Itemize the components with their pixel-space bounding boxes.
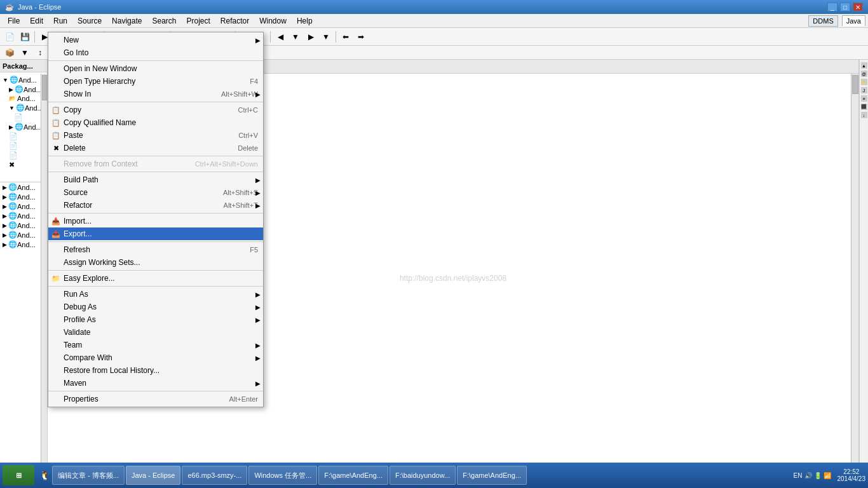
context-menu-separator (48, 286, 263, 287)
list-item[interactable]: ▼ 🌐 And... (0, 75, 47, 85)
tree-label: And... (24, 123, 42, 131)
taskbar-item-mp3[interactable]: e66.mp3-smzy-... (182, 466, 247, 485)
context-menu-item-source[interactable]: SourceAlt+Shift+S▶ (48, 186, 263, 199)
taskbar-item-baidu[interactable]: F:\baiduyundow... (390, 466, 456, 485)
tree-icon: ✖ (9, 161, 15, 169)
menu-navigate[interactable]: Navigate (107, 15, 147, 27)
prev-dropdown[interactable]: ▼ (288, 30, 302, 44)
context-menu-item-properties[interactable]: PropertiesAlt+Enter (48, 393, 263, 405)
right-panel-btn-4[interactable]: J (861, 87, 867, 93)
new-file-button[interactable]: 📄 (3, 30, 17, 44)
taskbar-item-game2[interactable]: F:\game\AndEng... (457, 466, 527, 485)
menu-project[interactable]: Project (181, 15, 215, 27)
taskbar-item-blog[interactable]: 编辑文章 - 博客频... (52, 466, 125, 485)
taskbar-item-taskmgr[interactable]: Windows 任务管... (248, 466, 317, 485)
toolbar2-btn-3[interactable]: ↕ (33, 46, 47, 60)
sidebar-scrollbar[interactable] (41, 74, 47, 483)
menu-window[interactable]: Window (254, 15, 292, 27)
context-menu-item-go-into[interactable]: Go Into (48, 46, 263, 59)
context-menu-item-assign-working-sets[interactable]: Assign Working Sets... (48, 256, 263, 269)
scroll-thumb[interactable] (42, 75, 47, 100)
list-item[interactable]: ▶ 🌐 And... (0, 182, 47, 192)
context-menu-item-import[interactable]: 📥Import... (48, 215, 263, 227)
menu-help[interactable]: Help (292, 15, 318, 27)
context-menu-item-run-as[interactable]: Run As▶ (48, 288, 263, 301)
editor-scroll-thumb[interactable] (852, 75, 858, 94)
compare-with-arrow-icon: ▶ (255, 355, 261, 362)
tray-icon-3: 📶 (824, 472, 831, 479)
pkg-explore-btn[interactable]: 📦 (3, 46, 17, 60)
right-panel-btn-6[interactable]: ⬛ (861, 104, 867, 110)
context-menu-item-open-new-window[interactable]: Open in New Window (48, 62, 263, 75)
forward-button[interactable]: ➡ (354, 30, 368, 44)
context-menu-item-new[interactable]: New▶ (48, 34, 263, 46)
list-item[interactable]: ▶ 🌐 And... (0, 220, 47, 230)
editor-scrollbar-v[interactable] (851, 74, 858, 483)
context-menu-item-show-in[interactable]: Show InAlt+Shift+W▶ (48, 88, 263, 100)
list-item[interactable]: ▶ 🌐 And... (0, 85, 47, 94)
taskbar-item-game1[interactable]: F:\game\AndEng... (318, 466, 388, 485)
list-item[interactable]: ▶ 🌐 And... (0, 201, 47, 211)
right-panel-btn-5[interactable]: ≡ (861, 95, 867, 102)
start-button[interactable]: ⊞ (3, 465, 34, 485)
right-panel-btn-7[interactable]: ↓ (861, 112, 867, 118)
menu-edit[interactable]: Edit (25, 15, 48, 27)
right-panel-btn-2[interactable]: @ (861, 71, 867, 77)
minimize-button[interactable]: _ (827, 3, 837, 11)
ddms-perspective-button[interactable]: DDMS (808, 15, 837, 27)
maximize-button[interactable]: □ (840, 3, 850, 11)
quick-launch-icon[interactable]: 🐧 (37, 466, 52, 485)
menu-file[interactable]: File (3, 15, 25, 27)
context-menu-item-delete[interactable]: ✖DeleteDelete (48, 142, 263, 154)
list-item[interactable]: ▶ 🌐 And... (0, 192, 47, 201)
import-icon: 📥 (51, 216, 61, 226)
next-button[interactable]: ▶ (304, 30, 318, 44)
context-menu-item-team[interactable]: Team▶ (48, 339, 263, 351)
next-dropdown[interactable]: ▼ (319, 30, 333, 44)
taskbar-item-eclipse[interactable]: Java - Eclipse (126, 466, 180, 485)
java-perspective-button[interactable]: Java (842, 15, 865, 26)
context-menu-item-compare-with[interactable]: Compare With▶ (48, 351, 263, 364)
list-item[interactable]: ▶ 🌐 And... (0, 122, 47, 132)
list-item[interactable]: ▼ 🌐 And... (0, 103, 47, 112)
context-menu-item-maven[interactable]: Maven▶ (48, 377, 263, 390)
build-path-arrow-icon: ▶ (255, 177, 261, 184)
context-menu-item-paste[interactable]: 📋PasteCtrl+V (48, 129, 263, 142)
context-menu-item-build-path[interactable]: Build Path▶ (48, 173, 263, 186)
list-item[interactable]: 📄 (0, 132, 47, 141)
context-menu-item-refresh[interactable]: RefreshF5 (48, 243, 263, 256)
context-menu-item-profile-as[interactable]: Profile As▶ (48, 313, 263, 326)
right-panel-btn-1[interactable]: ▲ (861, 62, 867, 69)
context-menu-item-validate[interactable]: Validate (48, 326, 263, 339)
context-menu-item-export[interactable]: 📤Export... (48, 227, 263, 240)
menu-search[interactable]: Search (147, 15, 181, 27)
tree-icon: 🌐 (8, 240, 17, 248)
list-item[interactable]: 📂 And... (0, 94, 47, 103)
title-bar-controls[interactable]: _ □ ✕ (827, 3, 863, 11)
close-button[interactable]: ✕ (853, 3, 863, 11)
context-menu-item-debug-as[interactable]: Debug As▶ (48, 301, 263, 313)
list-item[interactable]: 📄 (0, 112, 47, 122)
list-item[interactable]: ▶ 🌐 And... (0, 240, 47, 249)
list-item[interactable]: 📄 (0, 141, 47, 151)
save-button[interactable]: 💾 (18, 30, 32, 44)
menu-source[interactable]: Source (72, 15, 107, 27)
back-button[interactable]: ⬅ (339, 30, 353, 44)
context-menu-item-restore-from-local-history[interactable]: Restore from Local History... (48, 364, 263, 377)
context-menu-item-refactor[interactable]: RefactorAlt+Shift+T▶ (48, 199, 263, 212)
context-menu-item-easy-explore[interactable]: 📁Easy Explore... (48, 272, 263, 285)
list-item[interactable]: ▶ 🌐 And... (0, 230, 47, 240)
list-item[interactable]: ▶ 🌐 And... (0, 211, 47, 220)
menu-refactor[interactable]: Refactor (215, 15, 254, 27)
maven-arrow-icon: ▶ (255, 380, 261, 387)
list-item[interactable]: ✖ (0, 160, 47, 170)
menu-run[interactable]: Run (48, 15, 72, 27)
list-item[interactable]: 📄 (0, 151, 47, 160)
context-menu-item-open-type-hierarchy[interactable]: Open Type HierarchyF4 (48, 75, 263, 88)
prev-button[interactable]: ◀ (273, 30, 287, 44)
right-panel-btn-3[interactable]: ⚡ (861, 79, 867, 85)
context-menu-item-copy-qualified-name[interactable]: 📋Copy Qualified Name (48, 116, 263, 129)
context-menu-item-copy[interactable]: 📋CopyCtrl+C (48, 104, 263, 116)
folder-icon: 📂 (9, 95, 16, 102)
toolbar2-btn-2[interactable]: ▼ (18, 46, 32, 60)
